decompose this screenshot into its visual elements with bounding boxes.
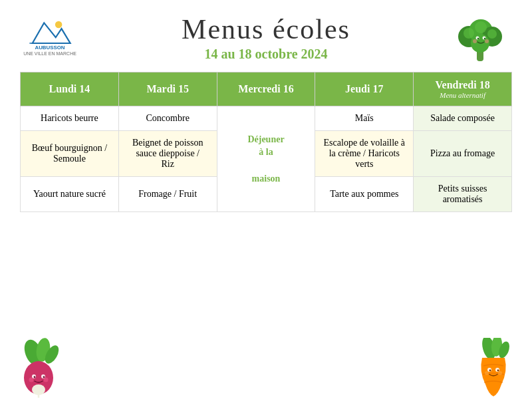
broccoli-decoration — [456, 10, 505, 66]
svg-point-14 — [477, 38, 479, 39]
jeudi-entree: Maïs — [315, 106, 414, 131]
svg-point-10 — [475, 21, 487, 33]
header-mercredi: Mercredi 16 — [217, 72, 315, 106]
svg-point-17 — [485, 39, 489, 43]
svg-marker-0 — [33, 23, 70, 43]
svg-point-15 — [484, 38, 485, 39]
jeudi-plat: Escalope de volaille à la crème / Harico… — [315, 131, 414, 177]
mardi-entree: Concombre — [118, 106, 217, 131]
vendredi-plat: Pizza au fromage — [414, 131, 512, 177]
svg-point-16 — [473, 39, 477, 43]
svg-point-34 — [495, 368, 499, 372]
svg-point-26 — [34, 376, 36, 378]
mercredi-cell: Déjeunerà lamaison — [217, 106, 315, 212]
header-mardi: Mardi 15 — [118, 72, 217, 106]
lundi-dessert: Yaourt nature sucré — [21, 177, 119, 212]
carrot-decoration — [469, 338, 519, 401]
vendredi-dessert: Petits suisses aromatisés — [414, 177, 512, 212]
main-title: Menus écoles — [182, 13, 350, 45]
svg-point-1 — [55, 21, 63, 29]
svg-point-9 — [464, 28, 474, 39]
menu-table: Lundi 14 Mardi 15 Mercredi 16 Jeudi 17 V… — [20, 72, 512, 212]
svg-point-11 — [487, 29, 497, 39]
alt-menu-label: Menu alternatif — [418, 91, 507, 99]
table-row: Haricots beurre Concombre Déjeunerà lama… — [21, 106, 512, 131]
svg-point-36 — [497, 370, 499, 372]
svg-point-38 — [498, 371, 502, 375]
vendredi-entree: Salade composée — [414, 106, 512, 131]
subtitle: 14 au 18 octobre 2024 — [182, 47, 350, 62]
svg-point-29 — [44, 378, 49, 382]
lundi-plat: Bœuf bourguignon /Semoule — [21, 131, 119, 177]
header-jeudi: Jeudi 17 — [315, 72, 414, 106]
svg-point-27 — [43, 376, 45, 378]
lundi-entree: Haricots beurre — [21, 106, 119, 131]
header-vendredi: Vendredi 18 Menu alternatif — [414, 72, 512, 106]
svg-point-37 — [485, 371, 489, 375]
header: AUBUSSON UNE VILLE EN MARCHE Menus école… — [20, 13, 512, 62]
title-block: Menus écoles 14 au 18 octobre 2024 — [182, 13, 350, 62]
mardi-plat: Beignet de poisson sauce dieppoise /Riz — [118, 131, 217, 177]
jeudi-dessert: Tarte aux pommes — [315, 177, 414, 212]
svg-text:AUBUSSON: AUBUSSON — [35, 45, 65, 50]
svg-point-35 — [489, 370, 491, 372]
page: AUBUSSON UNE VILLE EN MARCHE Menus école… — [0, 0, 532, 411]
svg-point-28 — [29, 378, 34, 382]
radish-decoration — [13, 338, 66, 398]
svg-point-33 — [487, 368, 491, 372]
logo: AUBUSSON UNE VILLE EN MARCHE — [20, 13, 80, 56]
header-lundi: Lundi 14 — [21, 72, 119, 106]
mardi-dessert: Fromage / Fruit — [118, 177, 217, 212]
